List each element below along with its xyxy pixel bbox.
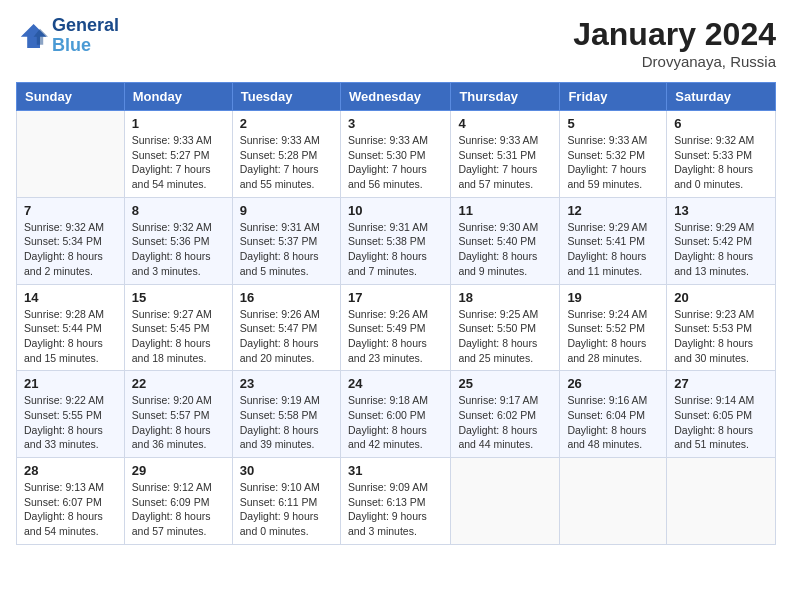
day-cell: 10Sunrise: 9:31 AMSunset: 5:38 PMDayligh… bbox=[340, 197, 450, 284]
day-number: 23 bbox=[240, 376, 333, 391]
day-cell bbox=[667, 458, 776, 545]
logo-blue: Blue bbox=[52, 36, 119, 56]
header-sunday: Sunday bbox=[17, 83, 125, 111]
day-info: Sunrise: 9:33 AMSunset: 5:30 PMDaylight:… bbox=[348, 133, 443, 192]
week-row-1: 7Sunrise: 9:32 AMSunset: 5:34 PMDaylight… bbox=[17, 197, 776, 284]
day-info: Sunrise: 9:33 AMSunset: 5:32 PMDaylight:… bbox=[567, 133, 659, 192]
week-row-3: 21Sunrise: 9:22 AMSunset: 5:55 PMDayligh… bbox=[17, 371, 776, 458]
day-number: 4 bbox=[458, 116, 552, 131]
day-number: 19 bbox=[567, 290, 659, 305]
day-info: Sunrise: 9:27 AMSunset: 5:45 PMDaylight:… bbox=[132, 307, 225, 366]
day-info: Sunrise: 9:23 AMSunset: 5:53 PMDaylight:… bbox=[674, 307, 768, 366]
day-cell: 29Sunrise: 9:12 AMSunset: 6:09 PMDayligh… bbox=[124, 458, 232, 545]
day-number: 24 bbox=[348, 376, 443, 391]
header-friday: Friday bbox=[560, 83, 667, 111]
day-cell: 30Sunrise: 9:10 AMSunset: 6:11 PMDayligh… bbox=[232, 458, 340, 545]
day-number: 29 bbox=[132, 463, 225, 478]
day-number: 15 bbox=[132, 290, 225, 305]
day-cell: 15Sunrise: 9:27 AMSunset: 5:45 PMDayligh… bbox=[124, 284, 232, 371]
day-info: Sunrise: 9:17 AMSunset: 6:02 PMDaylight:… bbox=[458, 393, 552, 452]
header-wednesday: Wednesday bbox=[340, 83, 450, 111]
day-number: 10 bbox=[348, 203, 443, 218]
logo-icon bbox=[16, 22, 48, 50]
day-cell bbox=[17, 111, 125, 198]
day-info: Sunrise: 9:26 AMSunset: 5:49 PMDaylight:… bbox=[348, 307, 443, 366]
day-info: Sunrise: 9:26 AMSunset: 5:47 PMDaylight:… bbox=[240, 307, 333, 366]
day-cell: 19Sunrise: 9:24 AMSunset: 5:52 PMDayligh… bbox=[560, 284, 667, 371]
day-cell bbox=[560, 458, 667, 545]
location: Drovyanaya, Russia bbox=[573, 53, 776, 70]
month-year: January 2024 bbox=[573, 16, 776, 53]
header-monday: Monday bbox=[124, 83, 232, 111]
day-info: Sunrise: 9:13 AMSunset: 6:07 PMDaylight:… bbox=[24, 480, 117, 539]
day-info: Sunrise: 9:24 AMSunset: 5:52 PMDaylight:… bbox=[567, 307, 659, 366]
day-cell: 9Sunrise: 9:31 AMSunset: 5:37 PMDaylight… bbox=[232, 197, 340, 284]
day-number: 16 bbox=[240, 290, 333, 305]
day-number: 18 bbox=[458, 290, 552, 305]
day-info: Sunrise: 9:14 AMSunset: 6:05 PMDaylight:… bbox=[674, 393, 768, 452]
day-info: Sunrise: 9:32 AMSunset: 5:34 PMDaylight:… bbox=[24, 220, 117, 279]
day-cell: 17Sunrise: 9:26 AMSunset: 5:49 PMDayligh… bbox=[340, 284, 450, 371]
day-cell: 1Sunrise: 9:33 AMSunset: 5:27 PMDaylight… bbox=[124, 111, 232, 198]
day-info: Sunrise: 9:16 AMSunset: 6:04 PMDaylight:… bbox=[567, 393, 659, 452]
day-cell: 26Sunrise: 9:16 AMSunset: 6:04 PMDayligh… bbox=[560, 371, 667, 458]
logo-general: General bbox=[52, 16, 119, 36]
day-info: Sunrise: 9:33 AMSunset: 5:31 PMDaylight:… bbox=[458, 133, 552, 192]
day-info: Sunrise: 9:31 AMSunset: 5:37 PMDaylight:… bbox=[240, 220, 333, 279]
day-info: Sunrise: 9:18 AMSunset: 6:00 PMDaylight:… bbox=[348, 393, 443, 452]
day-info: Sunrise: 9:10 AMSunset: 6:11 PMDaylight:… bbox=[240, 480, 333, 539]
day-info: Sunrise: 9:28 AMSunset: 5:44 PMDaylight:… bbox=[24, 307, 117, 366]
day-info: Sunrise: 9:30 AMSunset: 5:40 PMDaylight:… bbox=[458, 220, 552, 279]
day-info: Sunrise: 9:32 AMSunset: 5:33 PMDaylight:… bbox=[674, 133, 768, 192]
day-info: Sunrise: 9:29 AMSunset: 5:42 PMDaylight:… bbox=[674, 220, 768, 279]
day-number: 28 bbox=[24, 463, 117, 478]
day-number: 2 bbox=[240, 116, 333, 131]
day-info: Sunrise: 9:32 AMSunset: 5:36 PMDaylight:… bbox=[132, 220, 225, 279]
day-cell: 5Sunrise: 9:33 AMSunset: 5:32 PMDaylight… bbox=[560, 111, 667, 198]
day-cell: 25Sunrise: 9:17 AMSunset: 6:02 PMDayligh… bbox=[451, 371, 560, 458]
title-area: January 2024 Drovyanaya, Russia bbox=[573, 16, 776, 70]
week-row-2: 14Sunrise: 9:28 AMSunset: 5:44 PMDayligh… bbox=[17, 284, 776, 371]
day-cell: 3Sunrise: 9:33 AMSunset: 5:30 PMDaylight… bbox=[340, 111, 450, 198]
day-number: 1 bbox=[132, 116, 225, 131]
day-cell: 13Sunrise: 9:29 AMSunset: 5:42 PMDayligh… bbox=[667, 197, 776, 284]
day-number: 6 bbox=[674, 116, 768, 131]
day-cell: 11Sunrise: 9:30 AMSunset: 5:40 PMDayligh… bbox=[451, 197, 560, 284]
day-number: 26 bbox=[567, 376, 659, 391]
day-cell: 12Sunrise: 9:29 AMSunset: 5:41 PMDayligh… bbox=[560, 197, 667, 284]
day-number: 22 bbox=[132, 376, 225, 391]
day-cell: 20Sunrise: 9:23 AMSunset: 5:53 PMDayligh… bbox=[667, 284, 776, 371]
day-number: 27 bbox=[674, 376, 768, 391]
day-number: 9 bbox=[240, 203, 333, 218]
day-number: 14 bbox=[24, 290, 117, 305]
day-number: 21 bbox=[24, 376, 117, 391]
day-cell: 23Sunrise: 9:19 AMSunset: 5:58 PMDayligh… bbox=[232, 371, 340, 458]
day-cell: 22Sunrise: 9:20 AMSunset: 5:57 PMDayligh… bbox=[124, 371, 232, 458]
day-info: Sunrise: 9:12 AMSunset: 6:09 PMDaylight:… bbox=[132, 480, 225, 539]
calendar-header-row: Sunday Monday Tuesday Wednesday Thursday… bbox=[17, 83, 776, 111]
day-number: 5 bbox=[567, 116, 659, 131]
day-number: 7 bbox=[24, 203, 117, 218]
header-thursday: Thursday bbox=[451, 83, 560, 111]
day-number: 8 bbox=[132, 203, 225, 218]
logo-text: General Blue bbox=[52, 16, 119, 56]
day-cell: 2Sunrise: 9:33 AMSunset: 5:28 PMDaylight… bbox=[232, 111, 340, 198]
day-cell: 16Sunrise: 9:26 AMSunset: 5:47 PMDayligh… bbox=[232, 284, 340, 371]
day-info: Sunrise: 9:20 AMSunset: 5:57 PMDaylight:… bbox=[132, 393, 225, 452]
day-info: Sunrise: 9:22 AMSunset: 5:55 PMDaylight:… bbox=[24, 393, 117, 452]
week-row-4: 28Sunrise: 9:13 AMSunset: 6:07 PMDayligh… bbox=[17, 458, 776, 545]
day-cell: 31Sunrise: 9:09 AMSunset: 6:13 PMDayligh… bbox=[340, 458, 450, 545]
day-info: Sunrise: 9:09 AMSunset: 6:13 PMDaylight:… bbox=[348, 480, 443, 539]
day-cell: 4Sunrise: 9:33 AMSunset: 5:31 PMDaylight… bbox=[451, 111, 560, 198]
day-cell: 8Sunrise: 9:32 AMSunset: 5:36 PMDaylight… bbox=[124, 197, 232, 284]
day-info: Sunrise: 9:29 AMSunset: 5:41 PMDaylight:… bbox=[567, 220, 659, 279]
day-cell: 6Sunrise: 9:32 AMSunset: 5:33 PMDaylight… bbox=[667, 111, 776, 198]
day-cell: 24Sunrise: 9:18 AMSunset: 6:00 PMDayligh… bbox=[340, 371, 450, 458]
day-number: 30 bbox=[240, 463, 333, 478]
day-info: Sunrise: 9:31 AMSunset: 5:38 PMDaylight:… bbox=[348, 220, 443, 279]
day-number: 11 bbox=[458, 203, 552, 218]
day-number: 31 bbox=[348, 463, 443, 478]
header-tuesday: Tuesday bbox=[232, 83, 340, 111]
day-info: Sunrise: 9:33 AMSunset: 5:27 PMDaylight:… bbox=[132, 133, 225, 192]
day-number: 13 bbox=[674, 203, 768, 218]
